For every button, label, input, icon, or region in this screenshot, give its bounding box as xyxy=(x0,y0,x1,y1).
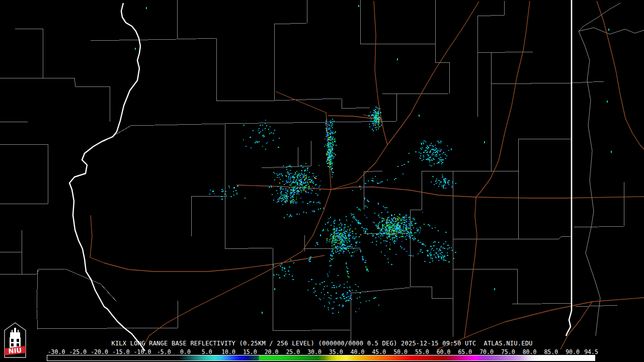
highway-line xyxy=(142,190,331,349)
county-line xyxy=(91,38,216,41)
river-line xyxy=(579,3,620,31)
county-line xyxy=(518,139,572,139)
colorbar-tick: 80.0 xyxy=(523,348,537,355)
colorbar-tick: 30.0 xyxy=(307,348,321,355)
county-line xyxy=(491,81,604,84)
colorbar-tick: -5.0 xyxy=(157,348,171,355)
colorbar-tick: 60.0 xyxy=(437,348,451,355)
county-line xyxy=(37,269,38,329)
colorbar-tick: 45.0 xyxy=(372,348,386,355)
colorbar-tick: 55.0 xyxy=(415,348,429,355)
colorbar-tick: -30.0 xyxy=(48,348,65,355)
echo-single xyxy=(146,7,147,9)
colorbar-tick: 15.0 xyxy=(243,348,257,355)
county-line xyxy=(453,269,517,304)
niu-wordmark: NIU xyxy=(8,346,22,355)
echo-single xyxy=(484,141,485,143)
echo-single xyxy=(262,312,263,314)
county-line xyxy=(453,236,572,239)
colorbar-tick: 25.0 xyxy=(286,348,300,355)
echo-single xyxy=(419,115,420,117)
colorbar-tick: 90.0 xyxy=(566,348,580,355)
echo-single xyxy=(611,151,612,153)
colorbar-tick: 35.0 xyxy=(329,348,343,355)
colorbar-tick: 75.0 xyxy=(501,348,515,355)
highway-line xyxy=(597,1,644,149)
county-line xyxy=(103,121,396,142)
colorbar-tick: -20.0 xyxy=(91,348,108,355)
echo-single xyxy=(608,29,609,31)
county-line xyxy=(15,29,43,78)
reflectivity-colorbar xyxy=(47,355,595,361)
radar-map xyxy=(0,0,644,362)
colorbar-tick: 40.0 xyxy=(351,348,365,355)
castle-window xyxy=(17,343,19,346)
colorbar-tick: 50.0 xyxy=(393,348,408,355)
county-line xyxy=(477,1,504,16)
highway-line xyxy=(464,1,530,338)
colorbar-tick: -10.0 xyxy=(134,348,151,355)
radar-echoes xyxy=(135,5,612,314)
county-line xyxy=(274,0,307,24)
county-line xyxy=(574,182,624,227)
castle-window xyxy=(11,343,14,346)
county-line xyxy=(0,78,110,122)
echo-single xyxy=(607,101,608,103)
river-line xyxy=(579,28,644,34)
castle-window xyxy=(11,339,14,342)
county-line xyxy=(360,0,435,44)
echo-single xyxy=(397,58,398,60)
radar-viewer: KILX LONG RANGE BASE REFLECTIVITY (0.25K… xyxy=(0,0,644,362)
product-caption: KILX LONG RANGE BASE REFLECTIVITY (0.25K… xyxy=(0,340,644,347)
niu-logo: NIU xyxy=(4,322,26,359)
echo-single xyxy=(135,48,136,50)
county-line xyxy=(225,196,351,331)
highway-line xyxy=(331,2,479,190)
county-line xyxy=(351,288,410,293)
colorbar-tick: 10.0 xyxy=(221,348,235,355)
colorbar-ticks: -30.0-25.0-20.0-15.0-10.0-5.00.05.010.01… xyxy=(0,348,644,355)
county-line xyxy=(216,99,322,101)
highway-line xyxy=(90,255,325,272)
river-line xyxy=(579,31,600,336)
colorbar-tick: 70.0 xyxy=(479,348,494,355)
colorbar-tick: -25.0 xyxy=(69,348,87,355)
county-line xyxy=(38,328,178,329)
colorbar-tick: 20.0 xyxy=(265,348,279,355)
colorbar-tick: 94.5 xyxy=(584,348,598,355)
colorbar-tick: -15.0 xyxy=(112,348,130,355)
state-border-line xyxy=(566,0,572,336)
county-line xyxy=(0,144,48,204)
mississippi-river-line xyxy=(69,3,145,351)
echo-single xyxy=(494,288,495,290)
county-line xyxy=(322,99,370,109)
colorbar-tick: 85.0 xyxy=(544,348,558,355)
colorbar-tick: 5.0 xyxy=(202,348,212,355)
highway-line xyxy=(90,215,92,257)
county-line xyxy=(512,303,572,304)
county-line xyxy=(382,94,449,94)
echo-single xyxy=(274,288,275,290)
county-line xyxy=(477,52,533,53)
castle-window xyxy=(17,339,19,342)
colorbar-tick: 65.0 xyxy=(458,348,472,355)
county-line xyxy=(576,305,617,307)
echo-single xyxy=(358,5,359,7)
highway-line xyxy=(331,187,644,198)
colorbar-tick: 0.0 xyxy=(180,348,191,355)
